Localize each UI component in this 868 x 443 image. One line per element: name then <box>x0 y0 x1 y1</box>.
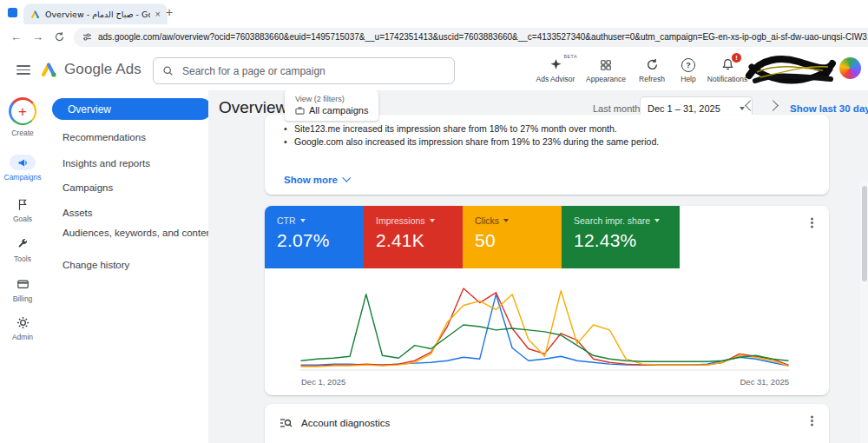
ads-advisor-button[interactable]: BETA Ads Advisor <box>530 57 581 83</box>
diagnostics-title: Account diagnostics <box>301 418 390 428</box>
diagnostics-search-icon <box>279 416 293 430</box>
notification-badge: ! <box>732 53 741 63</box>
rail-item-goals[interactable]: Goals <box>0 196 45 223</box>
product-name: Google Ads <box>64 61 141 78</box>
create-button[interactable]: + <box>9 97 36 125</box>
app-body: + Create Campaigns Goals <box>0 90 868 443</box>
sidebar-nav: Overview Recommendations Insights and re… <box>45 90 208 443</box>
appearance-button[interactable]: Appearance <box>585 57 627 83</box>
view-filter-chip[interactable]: View (2 filters) All campaigns <box>285 90 378 121</box>
scorecard-ctr[interactable]: CTR 2.07% <box>265 206 364 268</box>
redacted-account-scribble <box>745 51 837 89</box>
scorecard-clicks[interactable]: Clicks 50 <box>463 206 562 268</box>
show-last-30-days-link[interactable]: Show last 30 days <box>790 103 868 114</box>
url-bar[interactable]: ads.google.com/aw/overview?ocid=76038836… <box>74 28 868 47</box>
rail-item-admin[interactable]: Admin <box>0 314 45 341</box>
forward-icon[interactable]: → <box>32 30 43 43</box>
show-more-link[interactable]: Show more <box>284 175 349 185</box>
profile-avatar[interactable] <box>839 57 861 79</box>
chevron-down-icon <box>343 174 351 182</box>
card-menu-icon[interactable] <box>811 222 813 224</box>
plus-icon: + <box>18 104 27 119</box>
scorecard-impressions[interactable]: Impressions 2.41K <box>364 206 463 268</box>
caret-down-icon <box>430 219 435 222</box>
scrollbar-thumb[interactable] <box>862 186 867 281</box>
caret-down-icon <box>503 219 509 222</box>
reload-icon[interactable] <box>54 31 65 43</box>
campaigns-icon <box>17 157 29 169</box>
beta-badge: BETA <box>563 54 577 59</box>
rail-item-tools[interactable]: Tools <box>0 236 45 263</box>
help-button[interactable]: ? Help <box>676 57 700 83</box>
browser-tab[interactable]: Overview - صباح الدمام - Googl × <box>23 3 168 24</box>
card-menu-icon[interactable] <box>811 420 813 422</box>
appearance-icon <box>600 59 612 71</box>
refresh-icon <box>646 58 659 71</box>
google-ads-logo: Google Ads <box>40 61 141 78</box>
app-header: Google Ads BETA Ads Advisor Appearance <box>0 50 868 90</box>
scorecard-search-impr-share[interactable]: Search impr. share 12.43% <box>562 206 680 268</box>
insight-bullet: Google.com also increased its impression… <box>284 136 812 149</box>
menu-icon[interactable] <box>16 65 30 75</box>
browser-toolbar: ← → ads.google.com/aw/overview?ocid=7603… <box>0 24 868 50</box>
rail-item-billing[interactable]: Billing <box>0 276 45 303</box>
window-icon <box>8 8 17 17</box>
caret-down-icon <box>740 107 745 110</box>
app-search[interactable] <box>153 57 455 84</box>
back-icon[interactable]: ← <box>10 30 22 43</box>
sparkle-icon <box>549 58 562 71</box>
campaign-folder-icon <box>295 106 305 116</box>
nav-rail: + Create Campaigns Goals <box>0 90 45 443</box>
flag-icon <box>16 198 29 211</box>
search-icon <box>162 65 174 76</box>
performance-card: CTR 2.07% Impressions 2.41K Clicks 50 Se… <box>265 206 829 395</box>
x-axis-start-label: Dec 1, 2025 <box>301 377 345 387</box>
rail-item-campaigns[interactable]: Campaigns <box>0 155 45 182</box>
search-input[interactable] <box>181 64 445 78</box>
caret-down-icon <box>300 219 306 222</box>
next-period-button[interactable] <box>767 100 779 111</box>
main-content: Overview View (2 filters) All campaigns … <box>208 90 868 443</box>
refresh-button[interactable]: Refresh <box>633 57 671 83</box>
sidebar-item-overview[interactable]: Overview <box>52 98 212 120</box>
account-diagnostics-card: Account diagnostics <box>265 404 829 443</box>
url-text: ads.google.com/aw/overview?ocid=76038836… <box>98 32 868 42</box>
google-ads-logo-icon <box>40 61 57 78</box>
create-label: Create <box>0 129 45 137</box>
browser-tab-strip: Overview - صباح الدمام - Googl × + <box>0 0 868 24</box>
page-scrollbar[interactable] <box>860 181 868 443</box>
insights-card: Site123.me increased its impression shar… <box>265 115 829 195</box>
caret-down-icon <box>654 219 660 222</box>
x-axis-end-label: Dec 31, 2025 <box>740 377 789 387</box>
scorecard-row: CTR 2.07% Impressions 2.41K Clicks 50 Se… <box>265 206 680 268</box>
credit-card-icon <box>16 278 30 290</box>
tab-close-icon[interactable]: × <box>155 10 161 19</box>
new-tab-button[interactable]: + <box>161 4 177 20</box>
tune-icon <box>82 32 92 42</box>
google-ads-favicon <box>30 10 40 19</box>
tab-title: Overview - صباح الدمام - Googl <box>45 10 150 19</box>
wrench-icon <box>16 238 29 250</box>
help-icon: ? <box>681 58 695 72</box>
gear-icon <box>16 316 30 329</box>
insight-bullet: Site123.me increased its impression shar… <box>284 122 812 136</box>
performance-line-chart <box>299 278 790 374</box>
date-preset-label: Last month <box>593 103 640 114</box>
